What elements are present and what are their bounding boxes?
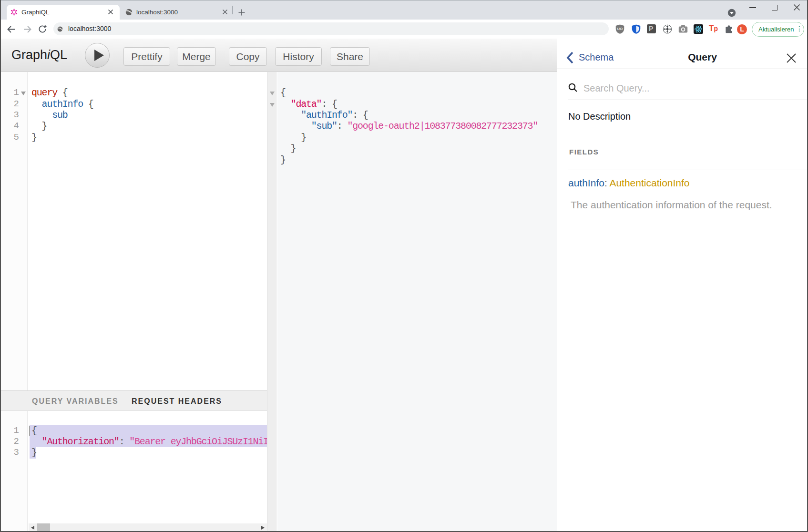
svg-text:UO: UO bbox=[617, 27, 623, 31]
